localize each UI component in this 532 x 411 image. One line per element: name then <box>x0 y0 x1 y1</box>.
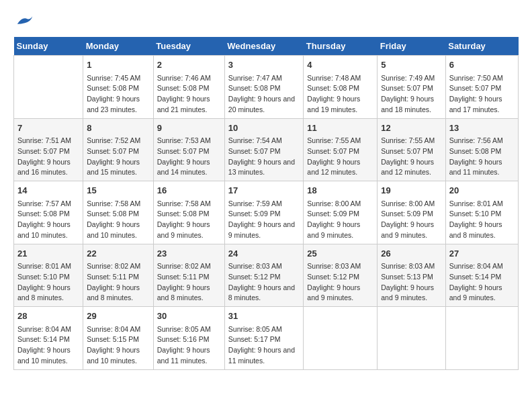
day-info: Sunrise: 8:02 AMSunset: 5:11 PMDaylight:… <box>157 261 221 304</box>
calendar-cell: 14Sunrise: 7:57 AMSunset: 5:08 PMDayligh… <box>14 181 83 244</box>
day-number: 7 <box>17 122 79 135</box>
sunset-text: Sunset: 5:17 PM <box>228 335 281 343</box>
day-number: 27 <box>449 247 515 261</box>
day-info: Sunrise: 8:03 AMSunset: 5:12 PMDaylight:… <box>228 261 300 304</box>
sunset-text: Sunset: 5:09 PM <box>307 210 359 218</box>
sunset-text: Sunset: 5:11 PM <box>157 273 210 281</box>
day-info: Sunrise: 7:47 AMSunset: 5:08 PMDaylight:… <box>228 73 300 116</box>
day-number: 23 <box>157 247 221 261</box>
day-info: Sunrise: 7:56 AMSunset: 5:08 PMDaylight:… <box>449 136 515 178</box>
daylight-text: Daylight: 9 hours and 9 minutes. <box>381 283 434 302</box>
calendar-cell: 17Sunrise: 7:59 AMSunset: 5:09 PMDayligh… <box>224 181 304 244</box>
sunrise-text: Sunrise: 8:03 AM <box>307 262 361 270</box>
calendar-cell <box>445 307 518 370</box>
calendar-cell: 18Sunrise: 8:00 AMSunset: 5:09 PMDayligh… <box>304 181 378 244</box>
sunset-text: Sunset: 5:08 PM <box>449 147 502 155</box>
day-info: Sunrise: 7:58 AMSunset: 5:08 PMDaylight:… <box>157 199 221 241</box>
daylight-text: Daylight: 9 hours and 16 minutes. <box>17 158 71 177</box>
calendar-cell: 4Sunrise: 7:48 AMSunset: 5:08 PMDaylight… <box>304 56 378 119</box>
calendar-cell: 12Sunrise: 7:55 AMSunset: 5:07 PMDayligh… <box>378 118 446 181</box>
day-info: Sunrise: 7:52 AMSunset: 5:07 PMDaylight:… <box>87 136 150 178</box>
logo <box>13 13 35 30</box>
daylight-text: Daylight: 9 hours and 8 minutes. <box>157 283 210 302</box>
day-number: 24 <box>228 247 300 261</box>
day-number: 29 <box>87 310 150 323</box>
sunrise-text: Sunrise: 7:57 AM <box>17 199 71 208</box>
calendar-cell: 1Sunrise: 7:45 AMSunset: 5:08 PMDaylight… <box>83 56 154 119</box>
daylight-text: Daylight: 9 hours and 17 minutes. <box>449 95 502 113</box>
sunset-text: Sunset: 5:07 PM <box>307 147 359 155</box>
calendar-cell: 21Sunrise: 8:01 AMSunset: 5:10 PMDayligh… <box>14 244 83 307</box>
sunset-text: Sunset: 5:08 PM <box>157 84 210 92</box>
sunset-text: Sunset: 5:08 PM <box>307 84 359 92</box>
header-day-thursday: Thursday <box>304 37 378 56</box>
calendar-cell <box>304 307 378 370</box>
daylight-text: Daylight: 9 hours and 11 minutes. <box>157 346 210 365</box>
sunrise-text: Sunrise: 7:58 AM <box>87 199 140 208</box>
sunrise-text: Sunrise: 8:04 AM <box>449 262 503 270</box>
daylight-text: Daylight: 9 hours and 23 minutes. <box>87 95 140 113</box>
sunset-text: Sunset: 5:12 PM <box>307 273 359 281</box>
calendar-cell: 20Sunrise: 8:01 AMSunset: 5:10 PMDayligh… <box>445 181 518 244</box>
day-number: 30 <box>157 310 221 323</box>
day-number: 25 <box>307 247 373 261</box>
calendar-cell: 8Sunrise: 7:52 AMSunset: 5:07 PMDaylight… <box>83 118 154 181</box>
sunrise-text: Sunrise: 7:49 AM <box>381 74 435 82</box>
sunset-text: Sunset: 5:09 PM <box>381 210 433 218</box>
day-info: Sunrise: 8:04 AMSunset: 5:14 PMDaylight:… <box>449 261 515 304</box>
sunset-text: Sunset: 5:07 PM <box>17 147 70 155</box>
day-info: Sunrise: 7:48 AMSunset: 5:08 PMDaylight:… <box>307 73 373 116</box>
sunrise-text: Sunrise: 7:51 AM <box>17 136 71 144</box>
logo-bird-icon <box>15 13 35 27</box>
day-number: 15 <box>87 184 150 197</box>
calendar-cell: 28Sunrise: 8:04 AMSunset: 5:14 PMDayligh… <box>14 307 83 370</box>
week-row-1: 1Sunrise: 7:45 AMSunset: 5:08 PMDaylight… <box>14 56 519 119</box>
sunrise-text: Sunrise: 7:50 AM <box>449 74 503 82</box>
sunrise-text: Sunrise: 7:53 AM <box>157 136 211 144</box>
sunrise-text: Sunrise: 8:01 AM <box>17 262 71 270</box>
sunrise-text: Sunrise: 7:59 AM <box>228 199 282 208</box>
sunset-text: Sunset: 5:07 PM <box>228 147 281 155</box>
header-row: SundayMondayTuesdayWednesdayThursdayFrid… <box>14 37 519 56</box>
sunrise-text: Sunrise: 8:05 AM <box>228 325 282 333</box>
day-number: 19 <box>381 184 442 197</box>
sunrise-text: Sunrise: 8:04 AM <box>87 325 140 333</box>
week-row-2: 7Sunrise: 7:51 AMSunset: 5:07 PMDaylight… <box>14 118 519 181</box>
sunset-text: Sunset: 5:09 PM <box>228 210 281 218</box>
sunrise-text: Sunrise: 7:48 AM <box>307 74 361 82</box>
daylight-text: Daylight: 9 hours and 14 minutes. <box>157 158 210 177</box>
daylight-text: Daylight: 9 hours and 10 minutes. <box>87 220 140 239</box>
day-number: 31 <box>228 310 300 323</box>
daylight-text: Daylight: 9 hours and 21 minutes. <box>157 95 210 113</box>
daylight-text: Daylight: 9 hours and 10 minutes. <box>17 346 71 365</box>
calendar-header: SundayMondayTuesdayWednesdayThursdayFrid… <box>14 37 519 56</box>
calendar-cell: 13Sunrise: 7:56 AMSunset: 5:08 PMDayligh… <box>445 118 518 181</box>
day-number: 1 <box>87 58 150 72</box>
calendar-cell: 9Sunrise: 7:53 AMSunset: 5:07 PMDaylight… <box>153 118 224 181</box>
calendar-cell: 19Sunrise: 8:00 AMSunset: 5:09 PMDayligh… <box>378 181 446 244</box>
day-info: Sunrise: 7:55 AMSunset: 5:07 PMDaylight:… <box>307 136 373 178</box>
day-number: 17 <box>228 184 300 197</box>
header-day-saturday: Saturday <box>445 37 518 56</box>
calendar-body: 1Sunrise: 7:45 AMSunset: 5:08 PMDaylight… <box>14 56 519 370</box>
logo-text <box>13 13 35 30</box>
calendar-cell: 7Sunrise: 7:51 AMSunset: 5:07 PMDaylight… <box>14 118 83 181</box>
calendar-cell <box>378 307 446 370</box>
sunrise-text: Sunrise: 7:55 AM <box>307 136 361 144</box>
sunrise-text: Sunrise: 8:01 AM <box>449 199 503 208</box>
day-number: 28 <box>17 310 79 323</box>
day-info: Sunrise: 8:03 AMSunset: 5:12 PMDaylight:… <box>307 261 373 304</box>
sunrise-text: Sunrise: 8:03 AM <box>228 262 282 270</box>
sunrise-text: Sunrise: 8:02 AM <box>87 262 140 270</box>
day-info: Sunrise: 8:00 AMSunset: 5:09 PMDaylight:… <box>381 199 442 241</box>
calendar-cell: 3Sunrise: 7:47 AMSunset: 5:08 PMDaylight… <box>224 56 304 119</box>
day-info: Sunrise: 8:01 AMSunset: 5:10 PMDaylight:… <box>449 199 515 241</box>
sunset-text: Sunset: 5:13 PM <box>381 273 433 281</box>
daylight-text: Daylight: 9 hours and 11 minutes. <box>449 158 502 177</box>
header-day-sunday: Sunday <box>14 37 83 56</box>
calendar-cell: 31Sunrise: 8:05 AMSunset: 5:17 PMDayligh… <box>224 307 304 370</box>
sunset-text: Sunset: 5:07 PM <box>157 147 210 155</box>
day-info: Sunrise: 8:05 AMSunset: 5:17 PMDaylight:… <box>228 324 300 367</box>
sunset-text: Sunset: 5:08 PM <box>87 84 139 92</box>
daylight-text: Daylight: 9 hours and 13 minutes. <box>228 158 295 177</box>
